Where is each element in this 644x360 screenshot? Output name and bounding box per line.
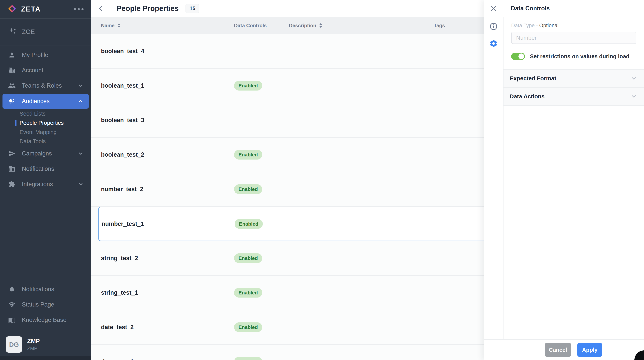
data-type-label-text: Data Type <box>511 22 535 28</box>
data-type-field: Data Type - Optional <box>504 17 644 44</box>
building-icon <box>8 67 16 74</box>
data-type-label: Data Type - Optional <box>511 22 636 28</box>
table-row[interactable]: boolean_test_1 Enabled <box>91 69 484 103</box>
zeta-logo-icon <box>8 4 16 14</box>
sidebar-item-label: Event Mapping <box>20 129 56 135</box>
section-expected-format[interactable]: Expected Format <box>504 69 644 87</box>
status-badge: Enabled <box>234 184 262 194</box>
sidebar: ZETA ZOE My Profile <box>0 0 91 360</box>
table-header: Name Data Controls Description Tags <box>91 17 484 34</box>
property-description: This is a date prop for testing data con… <box>290 359 438 360</box>
sidebar-item-seed-lists[interactable]: Seed Lists <box>0 109 91 118</box>
sidebar-item-event-mapping[interactable]: Event Mapping <box>0 128 91 137</box>
property-name: date_test_2 <box>101 324 134 331</box>
info-icon[interactable] <box>489 22 498 31</box>
account-subtitle: ZMP <box>27 346 40 351</box>
sidebar-item-label: Campaigns <box>22 150 52 157</box>
table-rows: boolean_test_4 boolean_test_1 Enabled bo… <box>91 34 484 360</box>
sidebar-item-label: Seed Lists <box>20 110 46 117</box>
restrictions-toggle-label: Set restrictions on values during load <box>530 53 630 60</box>
sidebar-bottom-strip <box>0 356 91 360</box>
status-badge: Enabled <box>234 150 262 160</box>
status-badge: Enabled <box>234 288 262 298</box>
sidebar-item-label: Notifications <box>22 166 54 172</box>
chevron-down-icon <box>78 181 84 187</box>
data-controls-panel: Data Controls Data Type - Optional <box>484 0 644 360</box>
panel-sections: Expected Format Data Actions <box>504 69 644 106</box>
cancel-button[interactable]: Cancel <box>545 343 571 357</box>
column-header-name[interactable]: Name <box>101 17 120 34</box>
property-name: boolean_test_1 <box>101 82 144 89</box>
panel-body: Data Type - Optional Set restrictions on… <box>484 17 644 339</box>
count-badge: 15 <box>186 4 199 13</box>
back-button[interactable] <box>91 0 111 17</box>
property-name: string_test_2 <box>101 255 138 262</box>
sidebar-item-label: Account <box>22 67 43 74</box>
table-row[interactable]: date_test_1 Enabled This is a date prop … <box>91 345 484 360</box>
sidebar-item-label: Audiences <box>22 98 50 105</box>
sort-icon <box>319 23 322 28</box>
apply-button[interactable]: Apply <box>577 343 602 357</box>
column-label: Data Controls <box>234 22 266 28</box>
section-label: Data Actions <box>510 93 544 100</box>
close-icon[interactable] <box>484 5 503 12</box>
paper-plane-icon <box>8 150 16 157</box>
property-name: number_test_2 <box>101 186 143 193</box>
sidebar-item-data-tools[interactable]: Data Tools <box>0 137 91 146</box>
sidebar-item-audiences[interactable]: Audiences <box>2 94 89 109</box>
sidebar-item-integrations[interactable]: Integrations <box>0 176 91 192</box>
property-name: boolean_test_3 <box>101 117 144 124</box>
sidebar-item-notifications-bottom[interactable]: Notifications <box>0 282 91 297</box>
property-name: boolean_test_4 <box>101 48 144 55</box>
data-type-input[interactable] <box>511 32 636 44</box>
property-name: number_test_1 <box>102 220 144 227</box>
sidebar-item-zoe[interactable]: ZOE <box>0 18 91 46</box>
restrictions-toggle-row: Set restrictions on values during load <box>504 44 644 60</box>
sidebar-item-label: Notifications <box>22 286 54 293</box>
table-row[interactable]: string_test_2 Enabled <box>91 241 484 276</box>
restrictions-toggle[interactable] <box>511 53 525 60</box>
sidebar-item-knowledge-base[interactable]: Knowledge Base <box>0 312 91 328</box>
sidebar-item-people-properties[interactable]: People Properties <box>0 118 91 128</box>
sidebar-item-label: Data Tools <box>20 138 46 144</box>
chevron-down-icon <box>630 93 637 100</box>
sidebar-item-status-page[interactable]: Status Page <box>0 297 91 312</box>
sidebar-item-notifications[interactable]: Notifications <box>0 161 91 176</box>
chevron-up-icon <box>78 98 84 104</box>
sort-icon <box>118 23 120 28</box>
sidebar-overflow-menu-icon[interactable] <box>74 8 84 10</box>
sparkles-icon <box>8 27 16 36</box>
account-switcher[interactable]: DG ZMP ZMP <box>6 333 86 353</box>
panel-rail <box>484 17 504 339</box>
panel-content: Data Type - Optional Set restrictions on… <box>504 17 644 339</box>
chevron-down-icon <box>78 83 84 88</box>
book-icon <box>8 316 16 324</box>
sidebar-item-label: People Properties <box>20 120 64 126</box>
sidebar-item-campaigns[interactable]: Campaigns <box>0 146 91 161</box>
signal-icon <box>8 301 16 308</box>
column-label: Name <box>101 22 114 28</box>
sidebar-item-label: Integrations <box>22 181 53 188</box>
main-content: People Properties 15 Name Data Controls … <box>91 0 484 360</box>
sidebar-item-my-profile[interactable]: My Profile <box>0 47 91 63</box>
column-header-tags[interactable]: Tags <box>434 17 445 34</box>
table-row[interactable]: number_test_2 Enabled <box>91 172 484 207</box>
logo-text: ZETA <box>21 5 41 13</box>
sidebar-nav: My Profile Account Teams & Roles <box>0 46 91 192</box>
table-row[interactable]: string_test_1 Enabled <box>91 276 484 310</box>
account-name: ZMP <box>27 338 40 345</box>
table-row[interactable]: boolean_test_4 <box>91 34 484 69</box>
section-data-actions[interactable]: Data Actions <box>504 87 644 106</box>
sidebar-logo-row: ZETA <box>0 0 91 18</box>
sidebar-item-account[interactable]: Account <box>0 63 91 78</box>
sidebar-item-label: My Profile <box>22 52 48 58</box>
table-row[interactable]: date_test_2 Enabled <box>91 310 484 345</box>
table-row[interactable]: boolean_test_2 Enabled <box>91 138 484 172</box>
table-row[interactable]: boolean_test_3 <box>91 103 484 138</box>
column-header-data-controls[interactable]: Data Controls <box>234 17 266 34</box>
gear-icon[interactable] <box>489 39 498 48</box>
sidebar-item-teams-roles[interactable]: Teams & Roles <box>0 78 91 93</box>
table-row[interactable]: number_test_1 Enabled <box>98 207 492 241</box>
column-header-description[interactable]: Description <box>289 17 322 34</box>
panel-header: Data Controls <box>484 0 644 17</box>
